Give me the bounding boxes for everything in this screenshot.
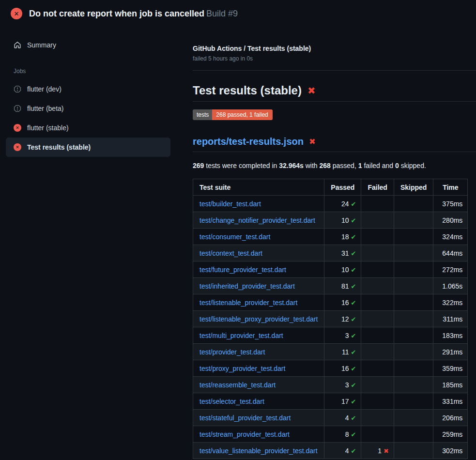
test-suite-link[interactable]: test/future_provider_test.dart (200, 266, 286, 274)
test-suite-cell: test/stream_provider_test.dart (193, 426, 324, 443)
column-header-failed: Failed (361, 179, 394, 196)
sidebar-item-summary[interactable]: Summary (0, 39, 193, 51)
table-row: test/value_listenable_provider_test.dart… (193, 443, 468, 459)
home-icon (14, 41, 21, 49)
test-suite-cell: test/reassemble_test.dart (193, 377, 324, 393)
test-suite-cell: test/context_test.dart (193, 245, 324, 261)
time-cell: 280ms (433, 212, 468, 229)
skipped-cell (394, 344, 433, 360)
test-suite-link[interactable]: test/consumer_test.dart (200, 233, 270, 241)
report-heading: reports/test-results.json ✖ (193, 136, 476, 152)
test-suite-cell: test/future_provider_test.dart (193, 261, 324, 278)
test-suite-link[interactable]: test/listenable_proxy_provider_test.dart (200, 315, 318, 323)
run-sidebar: Summary Jobs ✕ flutter (dev) ✕ flutter (0, 27, 193, 459)
check-icon: ✔ (351, 382, 356, 389)
test-suite-link[interactable]: test/reassemble_test.dart (200, 381, 276, 389)
table-row: test/change_notifier_provider_test.dart … (193, 212, 468, 229)
passed-cell: 10✔ (324, 261, 361, 278)
skipped-cell (394, 229, 433, 245)
failed-cell (361, 212, 394, 229)
skipped-cell (394, 278, 433, 294)
table-row: test/builder_test.dart 24✔ 375ms (193, 196, 468, 212)
test-suite-cell: test/provider_test.dart (193, 344, 324, 360)
test-results-table: Test suite Passed Failed Skipped Time te… (193, 179, 468, 459)
test-suite-link[interactable]: test/provider_test.dart (200, 348, 265, 356)
failed-cell (361, 377, 394, 393)
time-cell: 331ms (433, 393, 468, 410)
report-heading-link[interactable]: reports/test-results.json (193, 136, 304, 147)
cross-icon: ✖ (384, 447, 389, 455)
skipped-cell (394, 327, 433, 344)
test-suite-link[interactable]: test/multi_provider_test.dart (200, 332, 283, 339)
badge-value: 268 passed, 1 failed (212, 109, 272, 120)
passed-cell: 18✔ (324, 229, 361, 245)
skipped-cell (394, 212, 433, 229)
table-row: test/selector_test.dart 17✔ 331ms (193, 393, 468, 410)
test-suite-cell: test/consumer_test.dart (193, 229, 324, 245)
test-suite-link[interactable]: test/inherited_provider_test.dart (200, 282, 295, 290)
results-table-body: test/builder_test.dart 24✔ 375ms test/ch… (193, 196, 468, 459)
test-suite-link[interactable]: test/proxy_provider_test.dart (200, 365, 285, 372)
workflow-run-header: ✕ Do not create report when job is cance… (0, 0, 476, 27)
jobs-section-label: Jobs (0, 68, 193, 75)
table-row: test/stream_provider_test.dart 8✔ 259ms (193, 426, 468, 443)
test-suite-link[interactable]: test/context_test.dart (200, 249, 262, 257)
skipped-cell (394, 196, 433, 212)
tests-badge: tests 268 passed, 1 failed (193, 109, 273, 120)
sidebar-job-item[interactable]: ✕ flutter (stable) (6, 118, 170, 138)
x-circle-icon: ✕ (14, 124, 21, 132)
tests-summary-text: 269 tests were completed in 32.964s with… (193, 162, 476, 169)
job-summary-main: GitHub Actions / Test results (stable) f… (193, 27, 476, 459)
sidebar-job-item[interactable]: ✕ flutter (beta) (6, 99, 170, 118)
skipped-cell (394, 443, 433, 459)
sidebar-job-item[interactable]: ✕ flutter (dev) (6, 79, 170, 99)
time-cell: 206ms (433, 410, 468, 426)
section-title: Test results (stable) ✖ (193, 84, 476, 102)
test-suite-link[interactable]: test/builder_test.dart (200, 200, 261, 208)
time-cell: 183ms (433, 327, 468, 344)
passed-cell: 8✔ (324, 426, 361, 443)
cross-mark-icon: ✖ (307, 85, 315, 96)
table-row: test/proxy_provider_test.dart 16✔ 359ms (193, 360, 468, 377)
passed-cell: 10✔ (324, 212, 361, 229)
failed-status-icon: ✕ (11, 8, 22, 19)
check-icon: ✔ (351, 349, 356, 356)
failed-cell (361, 344, 394, 360)
check-icon: ✔ (351, 217, 356, 224)
check-icon: ✔ (351, 414, 356, 422)
test-suite-link[interactable]: test/stateful_provider_test.dart (200, 414, 291, 422)
check-icon: ✔ (351, 332, 356, 339)
test-suite-link[interactable]: test/selector_test.dart (200, 398, 264, 405)
table-row: test/reassemble_test.dart 3✔ 185ms (193, 377, 468, 393)
time-cell: 644ms (433, 245, 468, 261)
table-row: test/listenable_provider_test.dart 16✔ 3… (193, 294, 468, 311)
failed-cell (361, 229, 394, 245)
test-suite-link[interactable]: test/stream_provider_test.dart (200, 430, 290, 438)
column-header-time: Time (433, 179, 468, 196)
duration-value: 32.964s (279, 162, 304, 169)
test-suite-link[interactable]: test/change_notifier_provider_test.dart (200, 216, 315, 224)
build-number: Build #9 (206, 9, 238, 18)
table-row: test/inherited_provider_test.dart 81✔ 1.… (193, 278, 468, 294)
job-label: flutter (stable) (27, 124, 69, 132)
summary-fragment: failed and (362, 162, 396, 169)
skipped-cell (394, 426, 433, 443)
passed-cell: 4✔ (324, 443, 361, 459)
failed-cell (361, 393, 394, 410)
test-suite-cell: test/selector_test.dart (193, 393, 324, 410)
column-header-test-suite: Test suite (193, 179, 324, 196)
skipped-count: 0 (395, 162, 399, 169)
breadcrumb: GitHub Actions / Test results (stable) (193, 45, 476, 52)
test-suite-cell: test/multi_provider_test.dart (193, 327, 324, 344)
failed-cell (361, 294, 394, 311)
test-suite-link[interactable]: test/listenable_provider_test.dart (200, 299, 297, 307)
test-suite-link[interactable]: test/value_listenable_provider_test.dart (200, 447, 318, 455)
check-icon: ✔ (351, 431, 356, 438)
header-divider (193, 70, 476, 71)
sidebar-job-item[interactable]: ✕ Test results (stable) (6, 138, 170, 157)
skipped-cell (394, 294, 433, 311)
total-tests-count: 269 (193, 162, 204, 169)
x-circle-icon: ✕ (14, 143, 21, 151)
failed-cell: 1✖ (361, 443, 394, 459)
table-row: test/multi_provider_test.dart 3✔ 183ms (193, 327, 468, 344)
